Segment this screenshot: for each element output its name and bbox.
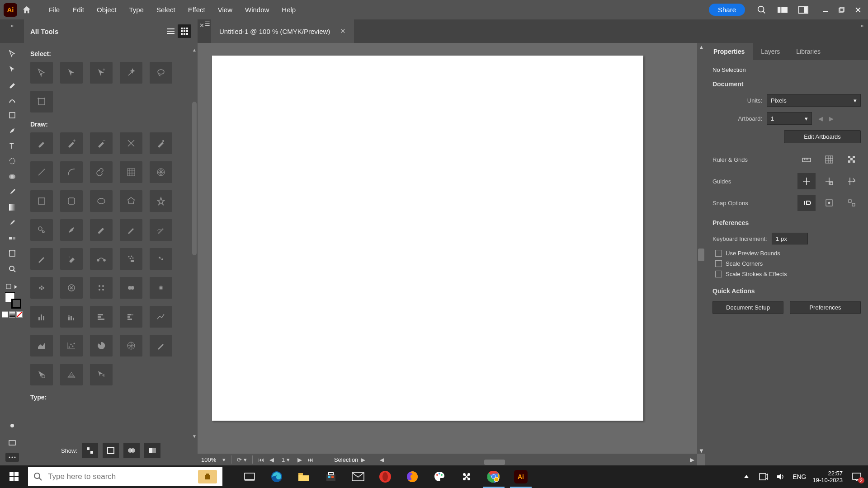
prev-artboard-button[interactable]: ◀ — [816, 113, 825, 123]
tool-bar-graph[interactable] — [90, 306, 113, 328]
units-select[interactable]: Pixels▾ — [767, 94, 861, 107]
search-icon[interactable] — [753, 1, 770, 19]
tool-curvature[interactable] — [150, 132, 172, 154]
menu-select[interactable]: Select — [150, 0, 182, 19]
artboard-select[interactable]: 1▾ — [767, 112, 812, 125]
smart-guides-icon[interactable] — [843, 173, 861, 189]
tool-pencil[interactable] — [120, 219, 142, 241]
zoom-level[interactable]: 100% — [198, 456, 220, 463]
fill-stroke-swap-icon[interactable] — [5, 282, 20, 291]
rotate-tool-icon[interactable] — [5, 154, 20, 169]
lock-guides-icon[interactable] — [820, 173, 838, 189]
next-artboard-icon[interactable]: ▶ — [295, 456, 305, 463]
collapse-right-icon[interactable]: « — [856, 19, 868, 29]
show-all-icon[interactable] — [144, 443, 160, 458]
tool-rounded-rectangle[interactable] — [60, 190, 83, 212]
tool-group-selection[interactable]: + — [90, 62, 113, 84]
draw-mode-icon[interactable] — [5, 418, 20, 433]
menu-help[interactable]: Help — [275, 0, 302, 19]
tab-layers[interactable]: Layers — [753, 43, 788, 60]
tray-expand-icon[interactable] — [741, 471, 752, 482]
fill-stroke-color[interactable] — [5, 292, 19, 307]
snap-to-pixel-icon[interactable] — [843, 195, 861, 211]
ruler-icon[interactable] — [797, 151, 816, 168]
last-artboard-icon[interactable]: ⏭ — [305, 456, 316, 463]
snap-to-grid-icon[interactable] — [820, 195, 838, 211]
start-button[interactable] — [0, 465, 28, 488]
tool-stacked-bar-graph[interactable] — [120, 306, 142, 328]
tool-rectangle[interactable] — [30, 190, 53, 212]
list-toggle-icon[interactable]: ☰ — [205, 20, 210, 27]
tool-slice-selection[interactable] — [30, 364, 53, 385]
tool-rectangular-grid[interactable] — [120, 161, 142, 183]
tool-blob-brush[interactable] — [90, 219, 113, 241]
tool-ellipse[interactable] — [90, 190, 113, 212]
menu-object[interactable]: Object — [90, 0, 123, 19]
tool-anchor-point[interactable] — [120, 132, 142, 154]
tool-area-graph[interactable] — [30, 335, 53, 357]
tool-star[interactable] — [150, 190, 172, 212]
gradient-tool-icon[interactable] — [5, 200, 20, 215]
notifications-icon[interactable]: 2 — [849, 469, 864, 484]
tool-symbol-sizer[interactable] — [60, 277, 83, 299]
tray-meet-icon[interactable] — [758, 471, 769, 482]
artboard-tool-icon[interactable] — [5, 246, 20, 261]
vertical-scrollbar[interactable]: ▲ ▼ — [697, 43, 705, 454]
none-mode-icon[interactable] — [16, 311, 23, 318]
firefox-icon[interactable] — [399, 465, 426, 488]
blend-tool-icon[interactable] — [5, 231, 20, 245]
hscroll-right-icon[interactable]: ▶ — [687, 456, 697, 463]
close-alltools-icon[interactable]: ✕ — [199, 22, 204, 29]
mail-icon[interactable] — [344, 465, 372, 488]
tray-volume-icon[interactable] — [775, 471, 786, 482]
eyedropper2-tool-icon[interactable] — [5, 216, 20, 230]
tool-flare[interactable] — [30, 219, 53, 241]
keyboard-increment-input[interactable] — [772, 233, 808, 244]
canvas-area[interactable]: ▲ ▼ 100% ▾ ⟳ ▾ ⏮ ◀ 1 ▾ ▶ ⏭ Selection ▶ ◀… — [198, 43, 705, 465]
tool-symbol-screener[interactable] — [150, 277, 172, 299]
workspace-switcher-icon[interactable] — [795, 1, 812, 19]
tool-polygon[interactable] — [120, 190, 142, 212]
file-explorer-icon[interactable] — [290, 465, 317, 488]
menu-type[interactable]: Type — [123, 0, 150, 19]
search-input[interactable] — [48, 472, 193, 481]
edit-toolbar-icon[interactable] — [5, 453, 19, 462]
tool-line-segment[interactable] — [30, 161, 53, 183]
show-basic-icon[interactable] — [82, 443, 98, 458]
grid-view-icon[interactable] — [178, 24, 191, 38]
tool-column-graph[interactable] — [30, 306, 53, 328]
zoom-tool-icon[interactable] — [5, 262, 20, 276]
tool-magic-wand[interactable] — [120, 62, 142, 84]
taskbar-search[interactable] — [28, 467, 222, 486]
preferences-button[interactable]: Preferences — [790, 301, 861, 314]
arrange-documents-icon[interactable] — [774, 1, 791, 19]
tool-perspective-selection[interactable] — [90, 364, 113, 385]
store-icon[interactable] — [317, 465, 344, 488]
tool-spiral[interactable] — [90, 161, 113, 183]
selection-tool-icon[interactable] — [5, 47, 20, 61]
search-suffix-icon[interactable] — [198, 470, 217, 483]
curvature-tool-icon[interactable] — [5, 93, 20, 107]
show-advanced-icon[interactable] — [103, 443, 119, 458]
tool-shaper[interactable] — [150, 219, 172, 241]
tool-symbol-shifter[interactable] — [150, 248, 172, 270]
tool-perspective-grid[interactable] — [60, 364, 83, 385]
hscroll-left-icon[interactable]: ◀ — [377, 456, 387, 463]
expand-panels-icon[interactable]: » — [0, 19, 24, 43]
edit-artboards-button[interactable]: Edit Artboards — [784, 130, 861, 143]
menu-window[interactable]: Window — [239, 0, 275, 19]
tool-delete-anchor[interactable]: − — [90, 132, 113, 154]
tool-pie-graph[interactable] — [90, 335, 113, 357]
paint-icon[interactable] — [426, 465, 453, 488]
show-custom-icon[interactable] — [123, 443, 140, 458]
tool-join[interactable] — [90, 248, 113, 270]
next-artboard-button[interactable]: ▶ — [827, 113, 835, 123]
artboard-nav-field[interactable]: 1 ▾ — [277, 456, 295, 463]
gradient-mode-icon[interactable] — [9, 311, 15, 318]
paintbrush-tool-icon[interactable] — [5, 123, 20, 138]
tool-direct-selection[interactable] — [60, 62, 83, 84]
type-tool-icon[interactable]: T — [5, 139, 20, 153]
color-mode-icon[interactable] — [2, 311, 8, 318]
menu-file[interactable]: File — [42, 0, 66, 19]
direct-selection-tool-icon[interactable] — [5, 62, 20, 76]
